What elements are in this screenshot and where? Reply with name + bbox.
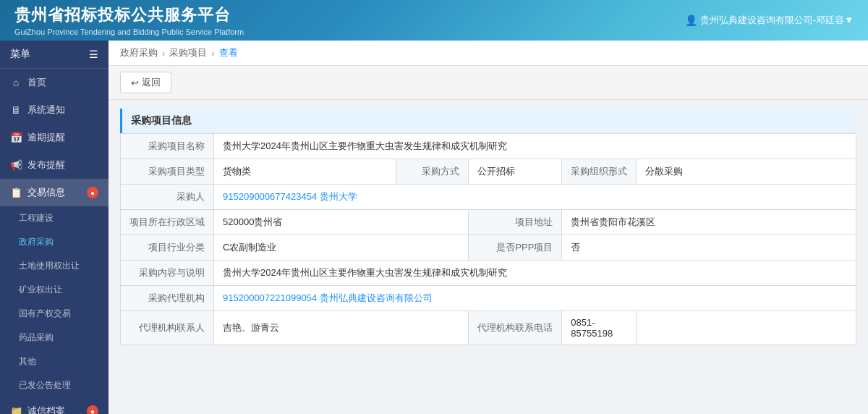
- back-icon: ↩: [131, 77, 139, 88]
- project-name-value: 贵州大学2024年贵州山区主要作物重大虫害发生规律和成灾机制研究: [214, 134, 856, 159]
- monitor-icon: 🖥: [10, 104, 22, 116]
- sidebar-item-label: 诚信档案: [27, 405, 65, 414]
- contact-phone-label: 代理机构联系电话: [469, 311, 562, 345]
- sidebar-item-publish[interactable]: 📢 发布提醒: [0, 151, 109, 179]
- table-row: 采购项目类型 货物类 采购方式 公开招标 采购组织形式 分散采购: [121, 159, 856, 185]
- admin-region-value: 520000贵州省: [214, 210, 469, 235]
- breadcrumb-sep1: ›: [162, 48, 165, 59]
- breadcrumb-purchase[interactable]: 采购项目: [169, 46, 207, 59]
- sidebar-item-trade[interactable]: 📋 交易信息 ●: [0, 179, 109, 206]
- site-title-cn: 贵州省招标投标公共服务平台: [14, 4, 244, 26]
- sidebar-sub-engineering[interactable]: 工程建设: [0, 206, 109, 230]
- industry-label: 项目行业分类: [121, 235, 214, 261]
- toolbar: ↩ 返回: [109, 66, 868, 100]
- sub-label: 政府采购: [19, 237, 54, 247]
- table-row: 项目行业分类 C农副制造业 是否PPP项目 否: [121, 235, 856, 261]
- agency-label: 采购代理机构: [121, 286, 214, 311]
- purchaser-value: 915209000677423454 贵州大学: [214, 185, 856, 210]
- sidebar-sub-landuse[interactable]: 土地使用权出让: [0, 254, 109, 278]
- info-table: 采购项目名称 贵州大学2024年贵州山区主要作物重大虫害发生规律和成灾机制研究 …: [120, 133, 856, 345]
- table-row: 代理机构联系人 吉艳、游青云 代理机构联系电话 0851-85755198: [121, 311, 856, 345]
- menu-label: 菜单: [10, 48, 30, 61]
- sidebar: 菜单 ☰ ⌂ 首页 🖥 系统通知 📅 逾期提醒 📢 发布提醒 📋 交易信息 ● …: [0, 41, 109, 414]
- sidebar-sub-mineral[interactable]: 矿业权出让: [0, 278, 109, 302]
- purchase-org-label: 采购组织形式: [562, 159, 637, 185]
- sidebar-sub-assets[interactable]: 国有产权交易: [0, 302, 109, 326]
- breadcrumb-sep2: ›: [211, 48, 214, 59]
- project-type-label: 采购项目类型: [121, 159, 214, 185]
- back-label: 返回: [142, 76, 161, 89]
- purchaser-label: 采购人: [121, 185, 214, 210]
- sidebar-item-integrity[interactable]: 📁 诚信档案 ●: [0, 397, 109, 414]
- purchase-method-label: 采购方式: [396, 159, 469, 185]
- contact-value: 吉艳、游青云: [214, 311, 469, 345]
- user-menu[interactable]: 👤 贵州弘典建设咨询有限公司-邓廷容▼: [685, 14, 854, 27]
- sidebar-item-label: 交易信息: [27, 186, 65, 199]
- section-title: 采购项目信息: [120, 109, 856, 133]
- user-name: 贵州弘典建设咨询有限公司-邓廷容▼: [700, 14, 854, 27]
- table-row: 采购内容与说明 贵州大学2024年贵州山区主要作物重大虫害发生规律和成灾机制研究: [121, 261, 856, 286]
- table-row: 采购人 915209000677423454 贵州大学: [121, 185, 856, 210]
- folder-icon: 📁: [10, 405, 22, 414]
- breadcrumb-gov[interactable]: 政府采购: [120, 46, 158, 59]
- back-button[interactable]: ↩ 返回: [120, 72, 171, 93]
- calendar-icon: 📅: [10, 132, 22, 143]
- content-area: 政府采购 › 采购项目 › 查看 ↩ 返回 采购项目信息 采购项目名称 贵州大学…: [109, 41, 868, 414]
- sidebar-sub-medicine[interactable]: 药品采购: [0, 326, 109, 350]
- purchase-desc-label: 采购内容与说明: [121, 261, 214, 286]
- project-name-label: 采购项目名称: [121, 134, 214, 159]
- menu-toggle-icon[interactable]: ☰: [89, 48, 98, 60]
- industry-value: C农副制造业: [214, 235, 469, 261]
- header: 贵州省招标投标公共服务平台 GuiZhou Province Tendering…: [0, 0, 868, 41]
- purchase-desc-value: 贵州大学2024年贵州山区主要作物重大虫害发生规律和成灾机制研究: [214, 261, 856, 286]
- form-container: 采购项目信息 采购项目名称 贵州大学2024年贵州山区主要作物重大虫害发生规律和…: [109, 100, 868, 414]
- header-logo: 贵州省招标投标公共服务平台 GuiZhou Province Tendering…: [14, 4, 244, 36]
- sidebar-item-sysnotice[interactable]: 🖥 系统通知: [0, 96, 109, 124]
- user-icon: 👤: [685, 14, 697, 26]
- sub-label: 矿业权出让: [19, 284, 62, 295]
- site-title-en: GuiZhou Province Tendering and Bidding P…: [14, 28, 244, 36]
- project-address-label: 项目地址: [469, 210, 562, 235]
- table-row: 项目所在行政区域 520000贵州省 项目地址 贵州省贵阳市花溪区: [121, 210, 856, 235]
- sub-label: 土地使用权出让: [19, 261, 80, 271]
- sidebar-sub-govpurchase[interactable]: 政府采购: [0, 230, 109, 254]
- trade-badge: ●: [87, 187, 98, 198]
- sidebar-item-label: 系统通知: [27, 104, 65, 117]
- sub-label: 药品采购: [19, 332, 54, 342]
- admin-region-label: 项目所在行政区域: [121, 210, 214, 235]
- sidebar-item-label: 首页: [27, 76, 46, 89]
- sub-label: 已发公告处理: [19, 380, 71, 390]
- trade-icon: 📋: [10, 187, 22, 198]
- sidebar-item-label: 逾期提醒: [27, 131, 65, 144]
- sidebar-sub-other[interactable]: 其他: [0, 350, 109, 373]
- sub-label: 其他: [19, 356, 36, 366]
- project-address-value: 贵州省贵阳市花溪区: [562, 210, 856, 235]
- bell-icon: 📢: [10, 159, 22, 171]
- breadcrumb: 政府采购 › 采购项目 › 查看: [109, 41, 868, 66]
- table-row: 采购代理机构 915200007221099054 贵州弘典建设咨询有限公司: [121, 286, 856, 311]
- sub-label: 国有产权交易: [19, 308, 71, 318]
- contact-label: 代理机构联系人: [121, 311, 214, 345]
- contact-phone-extra: [637, 311, 856, 345]
- sidebar-header: 菜单 ☰: [0, 41, 109, 69]
- home-icon: ⌂: [10, 77, 22, 88]
- purchase-method-value: 公开招标: [469, 159, 562, 185]
- sidebar-sub-published[interactable]: 已发公告处理: [0, 373, 109, 397]
- sidebar-item-label: 发布提醒: [27, 159, 65, 172]
- project-type-value: 货物类: [214, 159, 396, 185]
- purchase-org-value: 分散采购: [637, 159, 856, 185]
- sub-label: 工程建设: [19, 213, 54, 223]
- ppp-value: 否: [562, 235, 856, 261]
- agency-value: 915200007221099054 贵州弘典建设咨询有限公司: [214, 286, 856, 311]
- integrity-badge: ●: [87, 405, 98, 414]
- table-row: 采购项目名称 贵州大学2024年贵州山区主要作物重大虫害发生规律和成灾机制研究: [121, 134, 856, 159]
- sidebar-item-home[interactable]: ⌂ 首页: [0, 69, 109, 96]
- ppp-label: 是否PPP项目: [469, 235, 562, 261]
- contact-phone-value: 0851-85755198: [562, 311, 637, 345]
- sidebar-item-deadline[interactable]: 📅 逾期提醒: [0, 124, 109, 151]
- breadcrumb-current: 查看: [219, 46, 238, 59]
- main-layout: 菜单 ☰ ⌂ 首页 🖥 系统通知 📅 逾期提醒 📢 发布提醒 📋 交易信息 ● …: [0, 41, 868, 414]
